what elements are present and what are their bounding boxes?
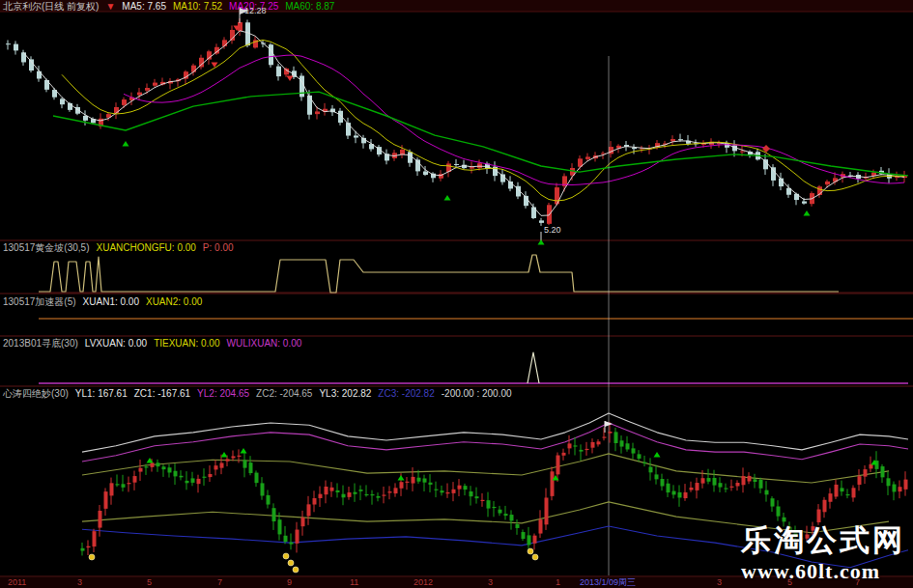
indicator-value: MA60: 8.87	[285, 1, 334, 12]
indicator-value: -200.00 : 200.00	[442, 388, 512, 399]
axis-tick-label: 1	[556, 577, 560, 587]
indicator-value: ZC3: -202.82	[378, 388, 434, 399]
indicator-value: ZC2: -204.65	[256, 388, 312, 399]
indicator-value: WULIXUAN: 0.00	[226, 338, 301, 349]
axis-tick-label: 3	[488, 577, 493, 587]
xundi-header: 2013B01寻底(30)LVXUAN: 0.00TIEXUAN: 0.00WU…	[3, 338, 308, 350]
indicator-value: MA5: 7.65	[122, 1, 166, 12]
watermark: 乐淘公式网 www.60lt.com	[741, 520, 905, 584]
axis-tick-label: 3	[77, 577, 82, 587]
indicator-value: P: 0.00	[203, 242, 234, 253]
indicator-value: YL1: 167.61	[75, 388, 128, 399]
app-window: 北京利尔(日线 前复权)▼MA5: 7.65MA10: 7.52MA20: 7.…	[0, 0, 913, 588]
indicator-value: LVXUAN: 0.00	[85, 338, 147, 349]
indicator-value: YL3: 202.82	[319, 388, 371, 399]
indicator-value: XUAN1: 0.00	[83, 296, 139, 307]
price-label-high: 12.28	[244, 6, 267, 15]
axis-tick-label: 9	[287, 577, 292, 587]
crosshair-date-label: 2013/1/09周三	[580, 577, 636, 587]
indicator-value: XUANCHONGFU: 0.00	[97, 242, 196, 253]
indicator-value: YL2: 204.65	[197, 388, 249, 399]
indicator-value: ZC1: -167.61	[134, 388, 190, 399]
huangjinpo-header: 130517黄金坡(30,5)XUANCHONGFU: 0.00P: 0.00	[3, 242, 241, 254]
indicator-title: 2013B01寻底(30)	[3, 338, 78, 349]
price-label-low: 5.20	[544, 225, 561, 235]
axis-tick-label: 5	[147, 577, 152, 587]
indicator-title: 130517加速器(5)	[3, 296, 76, 307]
axis-tick-label: 11	[350, 577, 358, 587]
xintao-header: 心涛四绝妙(30)YL1: 167.61ZC1: -167.61YL2: 204…	[3, 388, 519, 400]
indicator-title: 130517黄金坡(30,5)	[3, 242, 90, 253]
indicator-value: TIEXUAN: 0.00	[154, 338, 219, 349]
indicator-title: 北京利尔(日线 前复权)	[3, 1, 99, 12]
panel-main-kline[interactable]	[0, 13, 913, 240]
jiasuqi-header: 130517加速器(5)XUAN1: 0.00XUAN2: 0.00	[3, 296, 209, 308]
main-chart-header: 北京利尔(日线 前复权)▼MA5: 7.65MA10: 7.52MA20: 7.…	[3, 1, 341, 13]
axis-tick-label: 2012	[414, 577, 433, 587]
indicator-title: 心涛四绝妙(30)	[3, 388, 69, 399]
axis-tick-label: 3	[717, 577, 722, 587]
indicator-value: XUAN2: 0.00	[146, 296, 202, 307]
watermark-url: www.60lt.com	[741, 559, 905, 584]
axis-tick-label: 2011	[8, 577, 26, 587]
indicator-value: ▼	[105, 1, 115, 12]
indicator-value: MA10: 7.52	[173, 1, 222, 12]
watermark-title: 乐淘公式网	[741, 520, 905, 561]
axis-tick-label: 7	[217, 577, 222, 587]
